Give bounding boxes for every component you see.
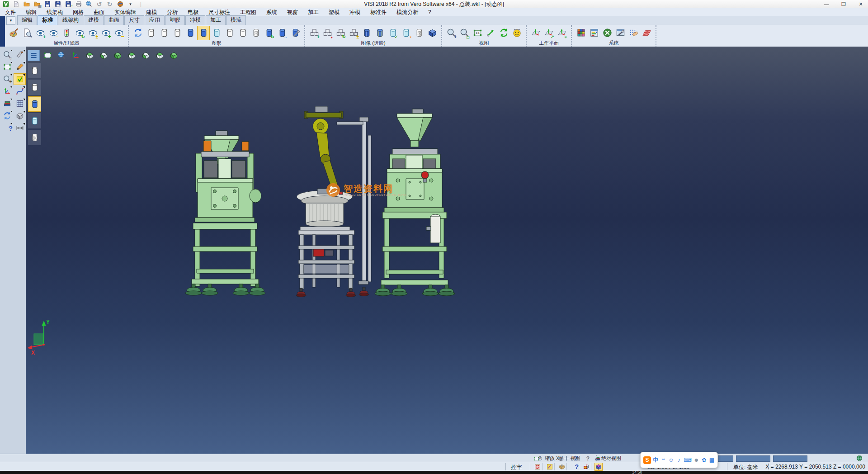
zoom-window-icon[interactable]: ▢ [458,26,471,40]
tag-solid-icon[interactable]: ▪ [400,26,412,40]
solids-icon[interactable] [14,110,25,121]
system-window-icon[interactable] [588,26,600,40]
regen-shading-icon[interactable]: ↻ [263,26,275,40]
menu-wireframe[interactable]: 线架构 [42,9,68,16]
color-palette-icon[interactable] [575,26,587,40]
zoom-window-icon[interactable] [1,62,13,72]
tab-dimension[interactable]: 尺寸 [124,15,144,25]
translucent-mode-icon[interactable] [210,26,223,40]
redraw-icon[interactable] [132,26,144,40]
globe-icon[interactable] [856,455,863,462]
lock-button[interactable]: 拴牢 [511,464,522,471]
menu-machining[interactable]: 加工 [303,9,324,16]
menu-drawing[interactable]: 工程图 [235,9,261,16]
trim-icon[interactable] [14,49,25,60]
zoom-fly-icon[interactable] [56,50,68,61]
display-shaded-icon[interactable] [28,96,41,112]
axis-triad-icon[interactable] [70,50,82,61]
save-icon[interactable] [42,0,52,8]
menu-help[interactable]: ? [423,9,436,15]
display-wireframe-icon[interactable] [28,63,41,78]
preferences-icon[interactable] [614,26,627,40]
snap-settings-icon[interactable] [627,26,640,40]
menu-mold[interactable]: 塑模 [324,9,344,16]
pan-view-icon[interactable] [484,26,497,40]
minimize-button[interactable]: — [821,1,832,7]
view-top-icon[interactable] [84,50,96,61]
view-iso-icon[interactable] [168,50,180,61]
menu-electrode[interactable]: 电极 [183,9,203,16]
refresh-icon[interactable] [1,110,13,121]
show-entities-icon[interactable]: + [34,26,47,40]
tab-standard[interactable]: 标准 [38,15,57,25]
manual-icon[interactable] [594,455,602,462]
options-icon[interactable] [601,26,613,40]
context-help-icon[interactable]: ? [566,463,579,470]
scene-filter-icon[interactable]: ● [321,26,334,40]
machine-left[interactable] [185,131,265,295]
chinese-mode-icon[interactable]: 中 [653,456,659,464]
menu-analysis[interactable]: 分析 [162,9,183,16]
tab-mold[interactable]: 塑膜 [165,15,185,25]
toolbox-icon[interactable] [554,463,566,470]
outline-mode-icon[interactable] [223,26,236,40]
emoji-icon[interactable]: ☺ [668,457,674,463]
toggle-visibility-icon[interactable]: ± [86,26,99,40]
sketch-icon[interactable] [14,62,25,72]
validate-solid-icon[interactable]: ✓ [387,26,399,40]
refresh-visibility-icon[interactable]: ↻ [73,26,86,40]
hint-icon[interactable]: ? [581,455,590,462]
maximize-button[interactable]: ❐ [838,1,849,7]
toolbox-grid-icon[interactable]: ▦ [709,457,715,463]
menu-die[interactable]: 冲模 [344,9,365,16]
rotate-view-icon[interactable] [497,26,510,40]
menu-solid-edit[interactable]: 实体编辑 [109,9,141,16]
display-hidden-line-icon[interactable] [28,80,41,95]
hidden-line-mode-icon[interactable] [158,26,170,40]
redo-icon[interactable]: ↻ [105,0,114,8]
wireframe-mode-icon[interactable] [145,26,157,40]
help-icon[interactable]: ? [1,123,13,133]
zoom-fit-icon[interactable] [42,50,54,61]
zoom-dynamic-icon[interactable]: ◇ [1,49,13,60]
menu-edit[interactable]: 编辑 [21,9,42,16]
measure-icon[interactable] [14,123,25,133]
menu-modeling[interactable]: 建模 [141,9,162,16]
menu-file[interactable]: 文件 [0,9,21,16]
layer-manager-icon[interactable] [1,98,13,109]
vero-icon[interactable] [115,0,125,8]
zoom-in-icon[interactable]: + [445,26,458,40]
absolute-view-label[interactable]: 绝对视图 [601,455,621,462]
attribute-filter-icon[interactable] [21,26,33,40]
tab-dropdown-icon[interactable]: ▼ [6,16,15,25]
hide-all-icon[interactable]: − [113,26,125,40]
hide-entities-icon[interactable]: − [47,26,60,40]
view-cube-icon[interactable] [591,463,603,470]
wireframe-solid-icon[interactable] [413,26,425,40]
menu-window[interactable]: 视窗 [282,9,303,16]
solid-display-icon[interactable] [360,26,373,40]
apply-shading-icon[interactable]: → [276,26,288,40]
app-logo-icon[interactable] [1,0,10,8]
open-file-icon[interactable] [22,0,31,8]
menu-dimension[interactable]: 尺寸标注 [203,9,235,16]
close-button[interactable]: ✕ [855,1,866,7]
wire-shade-mode-icon[interactable] [250,26,262,40]
refresh-box-icon[interactable] [530,463,542,470]
menu-standard-parts[interactable]: 标准件 [365,9,392,16]
keyboard-icon[interactable]: ⌨ [684,457,691,463]
dashed-mode-icon[interactable] [171,26,184,40]
mic-icon[interactable]: ♪ [676,457,682,463]
wcs-icon[interactable] [1,86,13,97]
shaded-mode-icon[interactable] [184,26,197,40]
display-translucent-icon[interactable] [28,113,41,128]
quickbar-more-icon[interactable]: ▾ [126,0,135,8]
visibility-filter-icon[interactable] [60,26,73,40]
grid-settings-icon[interactable] [640,26,653,40]
new-file-icon[interactable] [11,0,21,8]
quickbar-separator-icon[interactable]: | [136,0,146,8]
workplane-move-icon[interactable]: ↗ [542,26,555,40]
preview-icon[interactable] [84,0,94,8]
zoom-actual-icon[interactable] [471,26,484,40]
shading-settings-icon[interactable] [289,26,302,40]
